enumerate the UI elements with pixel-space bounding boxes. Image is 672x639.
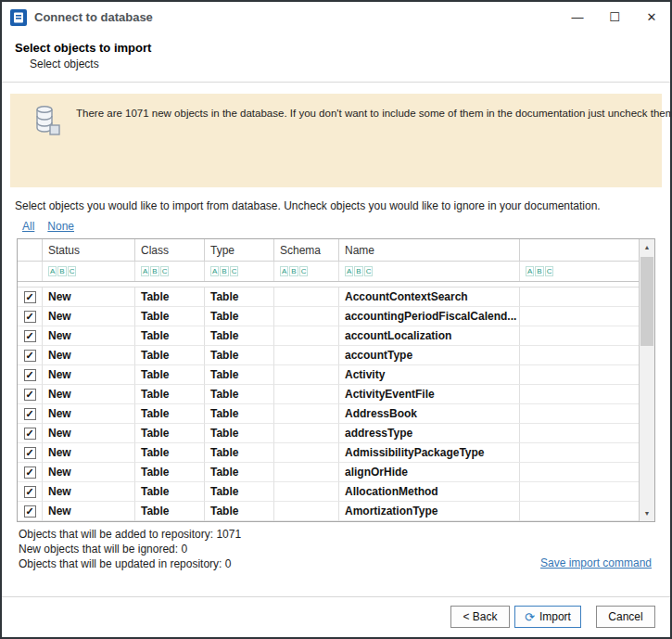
window-title: Connect to database [34,10,153,24]
filter-abc-icon: ABC [210,266,238,276]
cell-status: New [43,288,135,307]
cell-type: Table [205,307,274,326]
cell-filler [520,482,639,502]
back-button[interactable]: < Back [450,606,510,628]
cell-schema [274,404,339,424]
row-checkbox[interactable]: ✓ [24,428,36,440]
column-header-class[interactable]: Class [135,239,205,262]
summary-ignored: New objects that will be ignored: 0 [19,542,241,556]
cell-name: accountingPeriodFiscalCalend... [339,307,520,326]
cell-filler [520,463,639,482]
row-checkbox[interactable]: ✓ [24,389,36,401]
filter-abc-icon: ABC [345,266,373,276]
cell-filler [520,404,639,424]
grid-columns-area: Status Class Type Schema Name ABC ABC AB… [18,239,639,521]
cell-status: New [43,307,135,326]
close-button[interactable]: ✕ [633,2,670,32]
minimize-button[interactable]: — [559,2,596,32]
cell-class: Table [135,385,205,404]
cell-class: Table [135,443,205,463]
cell-status: New [43,502,135,521]
cell-name: AllocationMethod [339,482,520,502]
import-summary: Objects that will be added to repository… [19,527,241,571]
cell-class: Table [135,365,205,385]
header-checkbox-cell [18,239,43,262]
row-checkbox[interactable]: ✓ [24,408,36,420]
cell-name: accountType [339,346,520,365]
cell-schema [274,443,339,463]
row-checkbox[interactable]: ✓ [24,369,36,381]
row-checkbox-cell: ✓ [18,424,43,443]
column-header-status[interactable]: Status [43,239,135,262]
cell-filler [520,346,639,365]
row-checkbox-cell: ✓ [18,443,43,463]
cell-type: Table [205,424,274,443]
cell-status: New [43,346,135,365]
column-header-type[interactable]: Type [205,239,274,262]
summary-updated: Objects that will be updated in reposito… [19,556,241,571]
cell-type: Table [205,288,274,307]
row-checkbox-cell: ✓ [18,404,43,424]
cell-type: Table [205,404,274,424]
cell-type: Table [205,385,274,404]
row-checkbox[interactable]: ✓ [24,505,36,518]
cell-type: Table [205,502,274,521]
cell-name: alignOrHide [339,463,520,482]
import-button[interactable]: ⟳ Import [514,606,581,628]
filter-schema-cell[interactable]: ABC [274,262,339,281]
cell-filler [520,424,639,443]
row-checkbox[interactable]: ✓ [24,466,36,479]
cell-filler [520,502,639,521]
filter-class-cell[interactable]: ABC [135,262,205,281]
row-checkbox-cell: ✓ [18,365,43,385]
cell-name: Activity [339,365,520,385]
cancel-button[interactable]: Cancel [596,606,655,628]
table-row: ✓NewTableTableaccountType [18,346,639,365]
cell-schema [274,463,339,482]
cell-type: Table [205,463,274,482]
row-checkbox[interactable]: ✓ [24,330,36,342]
select-all-link[interactable]: All [22,220,34,233]
row-checkbox-cell: ✓ [18,463,43,482]
filter-status-cell[interactable]: ABC [43,262,135,281]
filter-type-cell[interactable]: ABC [205,262,274,281]
column-header-name[interactable]: Name [339,239,520,262]
row-checkbox[interactable]: ✓ [24,447,36,459]
table-row: ✓NewTableTablealignOrHide [18,463,639,482]
scroll-up-icon[interactable]: ▲ [640,239,654,255]
selection-links: All None [22,220,670,233]
filter-name-cell[interactable]: ABC [339,262,520,281]
column-header-schema[interactable]: Schema [274,239,339,262]
scrollbar-thumb[interactable] [640,257,653,346]
cell-schema [274,385,339,404]
filter-filler-cell[interactable]: ABC [520,262,639,281]
table-row: ✓NewTableTableAmortizationType [18,502,639,521]
cell-name: AmortizationType [339,502,520,521]
grid-filter-row: ABC ABC ABC ABC ABC ABC [18,262,639,282]
filter-abc-icon: ABC [141,266,169,276]
cell-name: AddressBook [339,404,520,424]
row-checkbox-cell: ✓ [18,288,43,307]
table-row: ✓NewTableTableAddressBook [18,404,639,424]
vertical-scrollbar[interactable]: ▲ ▼ [639,239,654,521]
cell-filler [520,365,639,385]
database-icon [34,104,62,140]
cell-class: Table [135,424,205,443]
info-banner: There are 1071 new objects in the databa… [10,94,662,187]
table-row: ✓NewTableTableActivity [18,365,639,385]
cell-schema [274,424,339,443]
row-checkbox-cell: ✓ [18,482,43,502]
scrollbar-track[interactable] [640,255,654,505]
row-checkbox-cell: ✓ [18,307,43,326]
row-checkbox[interactable]: ✓ [24,311,36,323]
row-checkbox[interactable]: ✓ [24,486,36,498]
row-checkbox[interactable]: ✓ [24,350,36,362]
save-import-command-link[interactable]: Save import command [540,556,652,569]
scroll-down-icon[interactable]: ▼ [640,505,654,521]
row-checkbox[interactable]: ✓ [24,291,36,303]
select-none-link[interactable]: None [47,220,74,233]
row-checkbox-cell: ✓ [18,385,43,404]
cell-class: Table [135,463,205,482]
maximize-button[interactable]: ☐ [596,2,633,32]
cell-name: AccountContextSearch [339,288,520,307]
